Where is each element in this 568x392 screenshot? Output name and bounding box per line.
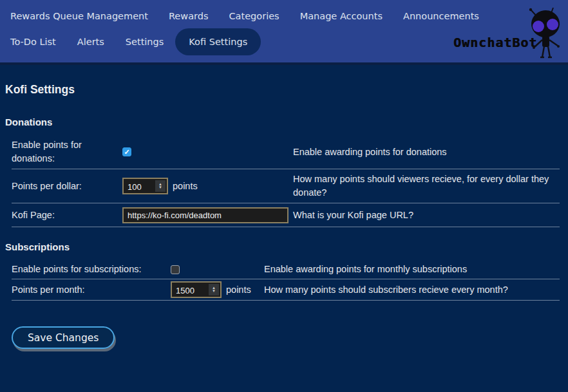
donations-settings-table: Enable points for donations: ✓ Enable aw… xyxy=(12,135,560,227)
spinner-down-icon: ▼ xyxy=(212,290,216,293)
kofi-page-description: What is your Kofi page URL? xyxy=(293,209,560,222)
points-per-month-label: Points per month: xyxy=(12,283,171,297)
nav-item-alerts[interactable]: Alerts xyxy=(77,37,104,47)
nav-item-rewards-queue-management[interactable]: Rewards Queue Management xyxy=(10,11,148,21)
nav-item-rewards[interactable]: Rewards xyxy=(169,11,209,21)
nav-item-kofi-settings-label: Kofi Settings xyxy=(189,37,247,47)
nav-item-kofi-settings-active[interactable]: Kofi Settings xyxy=(175,28,261,55)
enable-donations-checkbox[interactable]: ✓ xyxy=(122,147,131,156)
settings-row-enable-donations: Enable points for donations: ✓ Enable aw… xyxy=(12,135,560,169)
enable-subscriptions-label: Enable points for subscriptions: xyxy=(12,263,171,276)
spinner-down-icon: ▼ xyxy=(158,186,162,189)
ownchatbot-logo: OwnchatBot xyxy=(450,5,565,62)
kofi-page-input[interactable] xyxy=(122,207,289,223)
settings-row-points-per-dollar: Points per dollar: 100 ▲ ▼ points How ma… xyxy=(12,169,560,203)
points-per-month-input[interactable]: 1500 ▲ ▼ xyxy=(171,281,222,298)
enable-donations-label: Enable points for donations: xyxy=(12,138,122,165)
points-per-month-value: 1500 xyxy=(172,283,208,297)
robot-mascot-icon xyxy=(527,6,564,61)
checkmark-icon: ✓ xyxy=(124,149,129,156)
points-per-dollar-label: Points per dollar: xyxy=(12,180,122,193)
nav-item-settings[interactable]: Settings xyxy=(126,37,164,47)
points-per-dollar-value: 100 xyxy=(124,179,155,193)
points-per-dollar-input[interactable]: 100 ▲ ▼ xyxy=(122,178,168,194)
points-per-month-spinner[interactable]: ▲ ▼ xyxy=(208,284,219,295)
settings-row-enable-subscriptions: Enable points for subscriptions: ✓ Enabl… xyxy=(12,260,560,279)
logo-wordmark: OwnchatBot xyxy=(453,35,537,50)
settings-row-points-per-month: Points per month: 1500 ▲ ▼ points How ma… xyxy=(12,279,560,301)
kofi-page-label: Kofi Page: xyxy=(12,209,122,222)
donations-section-heading: Donations xyxy=(5,117,560,127)
main-content: Kofi Settings Donations Enable points fo… xyxy=(0,83,568,349)
subscriptions-settings-table: Enable points for subscriptions: ✓ Enabl… xyxy=(12,260,560,301)
points-per-dollar-spinner[interactable]: ▲ ▼ xyxy=(155,180,166,192)
points-per-month-description: How many points should subscribers recie… xyxy=(264,283,560,297)
nav-item-manage-accounts[interactable]: Manage Accounts xyxy=(300,11,383,21)
top-navigation: Rewards Queue Management Rewards Categor… xyxy=(0,0,568,65)
enable-subscriptions-checkbox[interactable]: ✓ xyxy=(171,265,180,274)
enable-subscriptions-description: Enable awarding points for monthly subsc… xyxy=(264,263,560,276)
points-per-month-suffix: points xyxy=(226,283,251,297)
nav-item-categories[interactable]: Categories xyxy=(229,11,279,21)
settings-row-kofi-page: Kofi Page: What is your Kofi page URL? xyxy=(12,203,560,227)
nav-item-todo-list[interactable]: To-Do List xyxy=(10,37,56,47)
save-changes-button[interactable]: Save Changes xyxy=(12,326,115,349)
enable-donations-description: Enable awarding points for donations xyxy=(293,145,560,159)
points-per-dollar-description: How many points should viewers recieve, … xyxy=(293,173,560,200)
subscriptions-section-heading: Subscriptions xyxy=(5,241,560,252)
page-title: Kofi Settings xyxy=(5,83,560,97)
points-per-dollar-suffix: points xyxy=(173,180,198,193)
